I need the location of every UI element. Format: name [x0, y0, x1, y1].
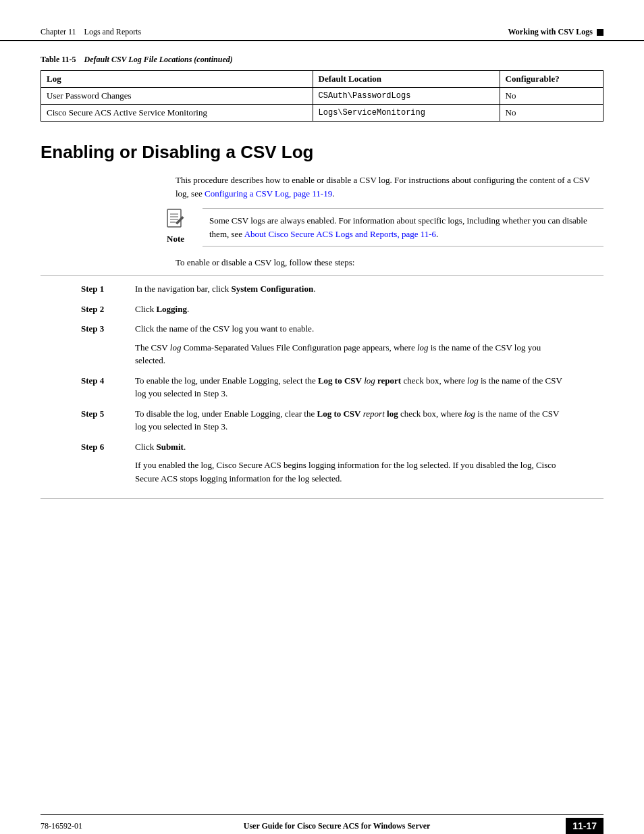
footer-title: User Guide for Cisco Secure ACS for Wind… [108, 821, 566, 831]
header-right-text: Working with CSV Logs [508, 27, 593, 37]
note-content: Some CSV logs are always enabled. For in… [203, 208, 603, 246]
intro-end: . [332, 188, 334, 199]
header-right: Working with CSV Logs [508, 27, 603, 37]
header-black-square [597, 29, 603, 36]
steps-intro: To enable or disable a CSV log, follow t… [176, 257, 603, 268]
table-row: Cisco Secure ACS Active Service Monitori… [41, 105, 603, 122]
footer-line [41, 814, 603, 815]
step-label-5: Step 5 [81, 407, 135, 434]
header-chapter: Chapter 11 Logs and Reports [41, 27, 141, 37]
step4-bold1: Log to CSV [318, 375, 362, 386]
svg-marker-6 [176, 216, 184, 224]
csv-log-table: Log Default Location Configurable? User … [41, 70, 603, 122]
step-content-4: To enable the log, under Enable Logging,… [135, 374, 563, 400]
step-content-1: In the navigation bar, click System Conf… [135, 282, 563, 296]
note-link[interactable]: About Cisco Secure ACS Logs and Reports,… [244, 229, 436, 239]
step-label-3: Step 3 [81, 322, 135, 336]
table-cell-location: CSAuth\PasswordLogs [313, 88, 500, 105]
step4-bold2: report [377, 375, 401, 386]
step-content-3: Click the name of the CSV log you want t… [135, 322, 563, 336]
step1-bold: System Configuration [231, 284, 313, 294]
step2-bold: Logging [156, 304, 187, 314]
table-cell-configurable: No [500, 105, 603, 122]
step-row-6: Step 6 Click Submit. If you enabled the … [81, 440, 563, 486]
table-row: User Password ChangesCSAuth\PasswordLogs… [41, 88, 603, 105]
step-label-1: Step 1 [81, 282, 135, 296]
step-row-5: Step 5 To disable the log, under Enable … [81, 407, 563, 434]
page-header: Chapter 11 Logs and Reports Working with… [0, 20, 644, 41]
note-icon-area: Note [149, 208, 203, 246]
col-default-location: Default Location [313, 71, 500, 88]
step-row-4: Step 4 To enable the log, under Enable L… [81, 374, 563, 400]
step-content-6: Click Submit. [135, 440, 563, 454]
note-label: Note [167, 234, 184, 244]
step3-sub: The CSV log Comma-Separated Values File … [135, 341, 563, 367]
table-header-row: Log Default Location Configurable? [41, 71, 603, 88]
section-heading: Enabling or Disabling a CSV Log [41, 142, 603, 163]
step6-sub: If you enabled the log, Cisco Secure ACS… [135, 459, 563, 485]
table-caption-text: Default CSV Log File Locations (continue… [84, 55, 233, 64]
table-cell-log: User Password Changes [41, 88, 313, 105]
chapter-title: Logs and Reports [84, 27, 142, 36]
page-number: 11-17 [566, 818, 603, 834]
step-label-2: Step 2 [81, 303, 135, 316]
col-log: Log [41, 71, 313, 88]
step-content-2: Click Logging. [135, 303, 563, 316]
table-label: Table 11-5 [41, 55, 76, 64]
step-row-2: Step 2 Click Logging. [81, 303, 563, 316]
step-label-4: Step 4 [81, 374, 135, 400]
table-caption: Table 11-5 Default CSV Log File Location… [41, 55, 603, 65]
col-configurable: Configurable? [500, 71, 603, 88]
footer-content: 78-16592-01 User Guide for Cisco Secure … [41, 818, 603, 834]
step5-bold1: Log to CSV [317, 409, 360, 419]
svg-rect-0 [167, 209, 181, 227]
step-label-6: Step 6 [81, 440, 135, 454]
note-end: . [436, 229, 438, 239]
chapter-label: Chapter 11 [41, 27, 76, 36]
footer-doc-id: 78-16592-01 [41, 821, 108, 831]
note-pencil-icon [163, 208, 188, 232]
intro-link[interactable]: Configuring a CSV Log, page 11-19 [205, 188, 332, 199]
section-intro: This procedure describes how to enable o… [176, 174, 603, 200]
step6-bold: Submit [156, 442, 183, 452]
step-row-1: Step 1 In the navigation bar, click Syst… [81, 282, 563, 296]
table-cell-configurable: No [500, 88, 603, 105]
main-content: Table 11-5 Default CSV Log File Location… [0, 41, 644, 526]
step-content-5: To disable the log, under Enable Logging… [135, 407, 563, 434]
page-footer: 78-16592-01 User Guide for Cisco Secure … [0, 814, 644, 834]
page: Chapter 11 Logs and Reports Working with… [0, 20, 644, 834]
step-row-3: Step 3 Click the name of the CSV log you… [81, 322, 563, 367]
table-cell-location: Logs\ServiceMonitoring [313, 105, 500, 122]
step5-bold2: log [387, 409, 398, 419]
steps-section: Step 1 In the navigation bar, click Syst… [41, 275, 603, 499]
note-box: Note Some CSV logs are always enabled. F… [149, 208, 603, 246]
table-cell-log: Cisco Secure ACS Active Service Monitori… [41, 105, 313, 122]
